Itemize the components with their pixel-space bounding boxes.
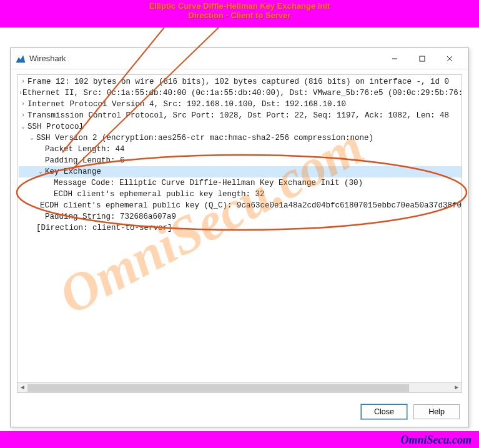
window-controls [381, 49, 463, 68]
help-button[interactable]: Help [413, 404, 460, 419]
tree-row-ssh[interactable]: ⌄SSH Protocol [19, 121, 462, 132]
tree-row-padlen[interactable]: Padding Length: 6 [19, 155, 462, 166]
annotation-text: Elliptic Curve Diffie-Hellman Key Exchan… [0, 1, 479, 20]
minimize-button[interactable] [381, 49, 408, 68]
expander-open-icon[interactable]: ⌄ [19, 121, 27, 132]
expander-open-icon[interactable]: ⌄ [27, 132, 36, 144]
wireshark-icon [16, 54, 26, 64]
annotation-line1: Elliptic Curve Diffie-Hellman Key Exchan… [149, 1, 330, 11]
expander-icon[interactable]: › [19, 76, 27, 87]
tree-row-ecdhkey[interactable]: ECDH client's ephemeral public key (Q_C)… [19, 200, 462, 211]
bottom-banner: OmniSecu.com [0, 431, 479, 448]
packet-tree: ›Frame 12: 102 bytes on wire (816 bits),… [17, 75, 462, 234]
canvas-area: Wireshark ›Frame 12: 102 bytes on wire (… [0, 27, 479, 431]
scroll-thumb[interactable] [27, 384, 409, 392]
expander-icon[interactable]: › [19, 110, 27, 121]
top-banner: Elliptic Curve Diffie-Hellman Key Exchan… [0, 0, 479, 27]
scroll-track[interactable] [27, 383, 452, 393]
titlebar: Wireshark [11, 48, 468, 69]
tree-row-direction[interactable]: [Direction: client-to-server] [19, 222, 462, 234]
bottom-logo: OmniSecu.com [400, 434, 472, 447]
tree-row-ethernet[interactable]: ›Ethernet II, Src: 0c:1a:55:db:40:00 (0c… [19, 87, 462, 99]
wireshark-window: Wireshark ›Frame 12: 102 bytes on wire (… [10, 47, 469, 427]
tree-row-kex[interactable]: ⌄Key Exchange [19, 166, 462, 177]
close-button[interactable]: Close [361, 404, 407, 419]
dialog-buttons: Close Help [361, 404, 460, 419]
tree-row-msgcode[interactable]: Message Code: Elliptic Curve Diffie-Hell… [19, 177, 462, 189]
tree-row-ecdhlen[interactable]: ECDH client's ephemeral public key lengt… [19, 189, 462, 200]
tree-row-pktlen[interactable]: Packet Length: 44 [19, 144, 462, 155]
scroll-right-icon[interactable]: ► [452, 383, 462, 393]
tree-row-tcp[interactable]: ›Transmission Control Protocol, Src Port… [19, 110, 462, 121]
annotation-line2: Direction - Client to Server [189, 11, 291, 20]
tree-row-padstr[interactable]: Padding String: 732686a607a9 [19, 211, 462, 222]
packet-tree-panel[interactable]: ›Frame 12: 102 bytes on wire (816 bits),… [17, 74, 462, 393]
close-window-button[interactable] [436, 49, 463, 68]
expander-icon[interactable]: › [19, 99, 27, 110]
horizontal-scrollbar[interactable]: ◄ ► [17, 382, 462, 392]
maximize-button[interactable] [408, 49, 436, 68]
svg-rect-1 [420, 56, 425, 61]
tree-row-frame[interactable]: ›Frame 12: 102 bytes on wire (816 bits),… [19, 76, 462, 87]
tree-row-sshver[interactable]: ⌄SSH Version 2 (encryption:aes256-ctr ma… [19, 132, 462, 144]
window-title: Wireshark [29, 54, 381, 63]
expander-open-icon[interactable]: ⌄ [36, 166, 45, 177]
tree-row-ip[interactable]: ›Internet Protocol Version 4, Src: 192.1… [19, 99, 462, 110]
scroll-left-icon[interactable]: ◄ [17, 383, 27, 393]
